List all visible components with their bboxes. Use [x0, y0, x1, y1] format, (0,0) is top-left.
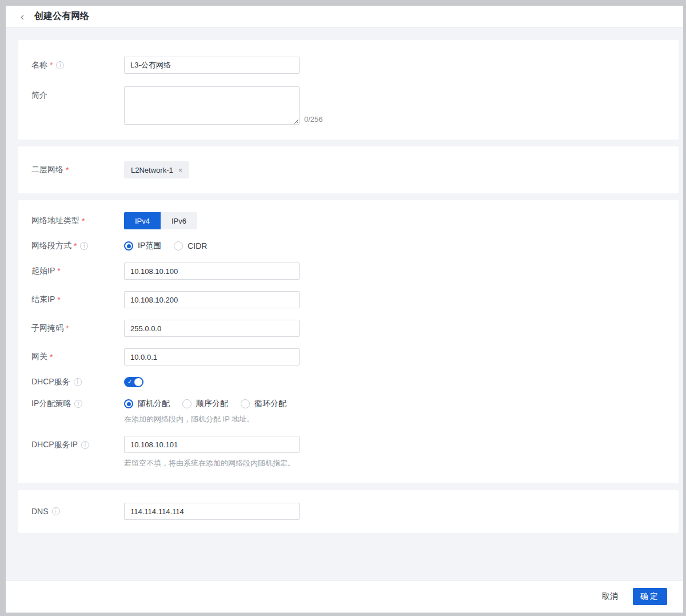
segment-method-radios: IP范围 CIDR	[124, 241, 220, 251]
name-info-icon[interactable]: i	[56, 61, 64, 69]
dhcp-toggle[interactable]: ✓	[124, 377, 143, 387]
description-counter: 0/256	[304, 115, 323, 125]
footer-bar: 取消 确定	[6, 580, 683, 613]
l2network-card: 二层网络 * L2Network-1 ×	[18, 146, 679, 193]
roundrobin-alloc-radio[interactable]: 循环分配	[241, 399, 286, 409]
ip-version-label: 网络地址类型	[31, 216, 79, 226]
segment-method-row: 网络段方式 * i IP范围 CIDR	[31, 241, 679, 251]
alloc-strategy-row: IP分配策略 i 随机分配 顺序分配	[31, 399, 679, 424]
gateway-input[interactable]	[124, 348, 300, 365]
radio-selected-icon	[124, 399, 133, 408]
roundrobin-alloc-label: 循环分配	[254, 399, 286, 409]
required-mark: *	[74, 241, 77, 251]
required-mark: *	[50, 352, 53, 361]
dns-input[interactable]	[124, 503, 300, 520]
name-input[interactable]	[124, 57, 300, 74]
alloc-strategy-radios: 随机分配 顺序分配 循环分配	[124, 399, 299, 409]
dhcp-row: DHCP服务 i ✓	[31, 377, 679, 387]
sequential-alloc-label: 顺序分配	[196, 399, 228, 409]
alloc-strategy-label: IP分配策略	[31, 399, 71, 409]
required-mark: *	[57, 295, 60, 304]
name-row: 名称 * i	[31, 57, 679, 74]
segment-method-label: 网络段方式	[31, 241, 71, 251]
ip-version-row: 网络地址类型 * IPv4 IPv6	[31, 212, 679, 229]
netmask-row: 子网掩码 *	[31, 320, 679, 337]
dhcp-ip-label: DHCP服务IP	[31, 440, 78, 450]
ipv6-button[interactable]: IPv6	[161, 212, 197, 229]
description-textarea[interactable]	[124, 86, 300, 125]
netmask-input[interactable]	[124, 320, 300, 337]
required-mark: *	[50, 61, 53, 70]
radio-selected-icon	[124, 241, 133, 251]
required-mark: *	[66, 165, 69, 174]
dns-info-icon[interactable]: i	[52, 507, 60, 515]
page-title: 创建公有网络	[34, 10, 89, 22]
create-public-network-page: ‹ 创建公有网络 名称 * i 简介 0/256	[6, 6, 683, 613]
dns-row: DNS i	[31, 503, 679, 520]
dhcp-info-icon[interactable]: i	[74, 378, 82, 386]
random-alloc-radio[interactable]: 随机分配	[124, 399, 170, 409]
ip-version-segmented: IPv4 IPv6	[124, 212, 197, 229]
l2network-tag[interactable]: L2Network-1 ×	[124, 161, 189, 178]
page-header: ‹ 创建公有网络	[6, 6, 683, 27]
network-settings-card: 网络地址类型 * IPv4 IPv6 网络段方式 * i IP范围	[18, 200, 679, 483]
radio-unselected-icon	[174, 241, 183, 251]
description-row: 简介 0/256	[31, 86, 679, 125]
confirm-button[interactable]: 确定	[633, 588, 667, 605]
sequential-alloc-radio[interactable]: 顺序分配	[182, 399, 228, 409]
dhcp-label: DHCP服务	[31, 377, 70, 387]
alloc-strategy-info-icon[interactable]: i	[74, 400, 82, 408]
radio-unselected-icon	[182, 399, 192, 408]
ip-range-radio[interactable]: IP范围	[124, 241, 161, 251]
dhcp-ip-info-icon[interactable]: i	[81, 441, 89, 449]
name-label: 名称	[31, 60, 47, 70]
required-mark: *	[66, 324, 69, 333]
form-content: 名称 * i 简介 0/256 二层网络 *	[6, 27, 683, 580]
toggle-knob	[134, 378, 142, 386]
tag-remove-icon[interactable]: ×	[178, 166, 183, 174]
dns-card: DNS i	[18, 490, 679, 533]
end-ip-row: 结束IP *	[31, 291, 679, 308]
end-ip-input[interactable]	[124, 291, 300, 308]
radio-unselected-icon	[241, 399, 250, 408]
cidr-radio-label: CIDR	[188, 241, 207, 251]
ipv4-button[interactable]: IPv4	[124, 212, 161, 229]
segment-method-info-icon[interactable]: i	[80, 242, 88, 250]
gateway-row: 网关 *	[31, 348, 679, 365]
l2network-label: 二层网络	[31, 165, 63, 175]
end-ip-label: 结束IP	[31, 295, 55, 305]
cidr-radio[interactable]: CIDR	[174, 241, 207, 251]
required-mark: *	[82, 216, 85, 225]
start-ip-row: 起始IP *	[31, 263, 679, 280]
start-ip-input[interactable]	[124, 263, 300, 280]
basic-info-card: 名称 * i 简介 0/256	[18, 40, 679, 140]
dhcp-ip-input[interactable]	[124, 436, 300, 453]
dhcp-ip-row: DHCP服务IP i 若留空不填，将由系统在添加的网络段内随机指定。	[31, 436, 679, 468]
l2network-row: 二层网络 * L2Network-1 ×	[31, 161, 679, 178]
dns-label: DNS	[31, 507, 49, 516]
l2network-tag-text: L2Network-1	[131, 166, 173, 174]
gateway-label: 网关	[31, 352, 47, 362]
ip-range-radio-label: IP范围	[138, 241, 161, 251]
start-ip-label: 起始IP	[31, 266, 55, 276]
toggle-check-icon: ✓	[127, 379, 132, 386]
back-icon[interactable]: ‹	[21, 11, 24, 22]
description-label: 简介	[31, 90, 47, 101]
dhcp-ip-helper: 若留空不填，将由系统在添加的网络段内随机指定。	[124, 458, 300, 468]
random-alloc-label: 随机分配	[138, 399, 170, 409]
cancel-button[interactable]: 取消	[602, 591, 618, 602]
netmask-label: 子网掩码	[31, 323, 63, 333]
required-mark: *	[57, 267, 60, 276]
alloc-strategy-helper: 在添加的网络段内，随机分配 IP 地址。	[124, 414, 299, 424]
